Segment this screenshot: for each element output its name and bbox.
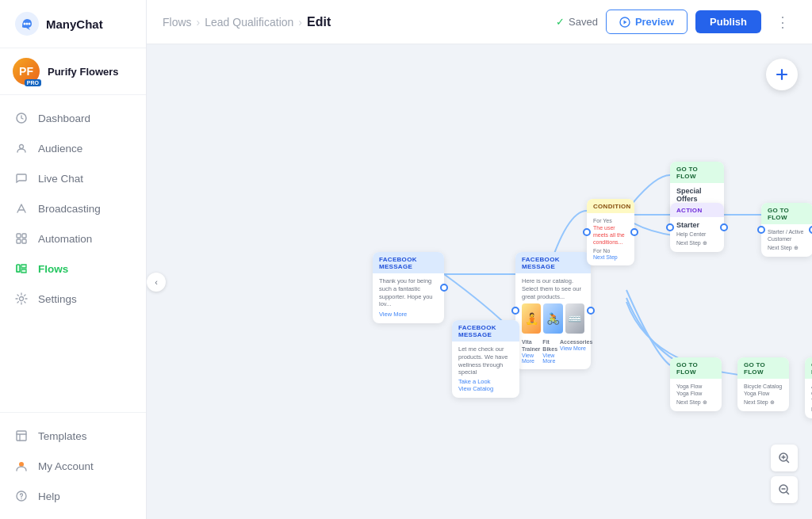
sidebar-item-automation[interactable]: Automation <box>0 223 146 254</box>
goto2-text: Starter / Active Customer <box>768 228 806 242</box>
connector-condition[interactable] <box>630 228 638 236</box>
node-header-fb3: Facebook Message <box>452 320 519 342</box>
goto4-text2: Yoga Flow <box>744 390 783 397</box>
preview-label: Preview <box>635 16 674 28</box>
node-goto-flow-3[interactable]: Go To Flow Yoga Flow Yoga Flow Next Step… <box>670 357 722 411</box>
condition-text-no: The user meets all the conditions... <box>593 224 628 246</box>
connector-action-left[interactable] <box>666 223 674 231</box>
zoom-out-button[interactable] <box>771 476 798 503</box>
node-goto-flow-5[interactable]: Go To Flow Accessories Catalog Yoga Flow… <box>805 357 812 418</box>
svg-point-11 <box>20 297 24 301</box>
sidebar-item-settings[interactable]: Settings <box>0 284 146 314</box>
svg-rect-6 <box>17 234 21 238</box>
sidebar-item-audience[interactable]: Audience <box>0 133 146 163</box>
sidebar: ManyChat PF PRO Purify Flowers Dashboard… <box>0 0 147 519</box>
add-node-button[interactable] <box>766 59 798 90</box>
catalog-image-3: ⌨️ <box>565 303 584 334</box>
user-name: Purify Flowers <box>48 66 119 78</box>
connector-fb2[interactable] <box>587 307 595 315</box>
audience-icon <box>14 141 29 155</box>
header: Flows › Lead Qualification › Edit ✓ Save… <box>147 0 812 44</box>
logo-text: ManyChat <box>46 17 103 31</box>
node-action[interactable]: Action Starter Help Center Next Step ⊕ <box>670 203 724 252</box>
product-name-2: Fit Bikes <box>542 338 557 353</box>
node-facebook-2[interactable]: Facebook Message Here is our catalog. Se… <box>515 252 591 369</box>
broadcasting-label: Broadcasting <box>38 203 101 215</box>
node-header-fb2: Facebook Message <box>515 252 591 273</box>
account-label: My Account <box>38 460 94 472</box>
connector-fb2-left[interactable] <box>511 307 519 315</box>
node-body-goto2: Starter / Active Customer Next Step ⊕ <box>761 224 812 257</box>
node-link-fb3-2: View Catalog <box>458 385 513 392</box>
templates-label: Templates <box>38 430 87 442</box>
node-goto-flow-2[interactable]: Go To Flow Starter / Active Customer Nex… <box>761 203 812 257</box>
connector-fb1[interactable] <box>440 284 448 292</box>
connector-action[interactable] <box>720 223 728 231</box>
svg-point-1 <box>24 23 26 25</box>
check-icon: ✓ <box>556 16 565 28</box>
zoom-controls <box>771 445 798 503</box>
svg-point-3 <box>29 23 31 25</box>
node-facebook-3[interactable]: Facebook Message Let me check our produc… <box>452 320 519 398</box>
node-body-fb1: Thank you for being such a fantastic sup… <box>373 273 444 323</box>
goto3-footer: Next Step ⊕ <box>676 399 715 406</box>
connector-goto2-left[interactable] <box>757 226 765 234</box>
breadcrumb-edit: Edit <box>307 15 331 29</box>
sidebar-item-account[interactable]: My Account <box>0 451 146 481</box>
svg-point-13 <box>19 462 24 467</box>
node-header-fb1: Facebook Message <box>373 252 444 273</box>
publish-label: Publish <box>710 16 747 28</box>
flow-canvas[interactable]: ‹ Facebook Message Thank you for being s… <box>147 44 812 519</box>
connector-condition-left[interactable] <box>583 228 591 236</box>
sidebar-user[interactable]: PF PRO Purify Flowers <box>0 48 146 95</box>
sidebar-item-flows[interactable]: Flows <box>0 254 146 284</box>
breadcrumb-sep2: › <box>298 16 302 29</box>
sidebar-item-help[interactable]: Help <box>0 481 146 511</box>
sidebar-item-dashboard[interactable]: Dashboard <box>0 103 146 133</box>
node-header-goto3: Go To Flow <box>670 357 722 379</box>
publish-button[interactable]: Publish <box>695 10 761 33</box>
collapse-button[interactable]: ‹ <box>147 273 166 292</box>
settings-icon <box>14 292 29 306</box>
node-body-action: Starter Help Center Next Step ⊕ <box>670 217 724 252</box>
settings-label: Settings <box>38 293 77 305</box>
svg-point-2 <box>26 23 29 25</box>
audience-label: Audience <box>38 143 82 155</box>
header-actions: ✓ Saved Preview Publish ⋮ <box>556 10 796 34</box>
product-name-1: Vita Trainer <box>522 338 540 353</box>
svg-point-5 <box>20 145 24 149</box>
catalog-image-1: 🧘 <box>522 303 541 334</box>
connector-goto2[interactable] <box>809 226 812 234</box>
avatar-initials: PF <box>19 65 33 78</box>
livechat-label: Live Chat <box>38 173 83 185</box>
goto3-text: Yoga Flow <box>676 383 715 390</box>
manychat-logo-icon <box>14 11 40 36</box>
breadcrumb-flows[interactable]: Flows <box>163 16 192 29</box>
node-header-goto1: Go To Flow <box>670 162 724 183</box>
breadcrumb-qualification[interactable]: Lead Qualification <box>205 16 293 29</box>
broadcasting-icon <box>14 201 29 216</box>
more-options-button[interactable]: ⋮ <box>769 10 796 34</box>
node-goto-flow-4[interactable]: Go To Flow Bicycle Catalog Yoga Flow Nex… <box>737 357 789 411</box>
help-icon <box>14 489 29 503</box>
zoom-in-button[interactable] <box>771 445 798 471</box>
sidebar-logo: ManyChat <box>0 0 146 48</box>
zoom-out-icon <box>778 483 791 496</box>
svg-rect-12 <box>17 431 26 441</box>
saved-status: ✓ Saved <box>556 16 598 28</box>
node-facebook-1[interactable]: Facebook Message Thank you for being suc… <box>373 252 444 323</box>
node-condition[interactable]: Condition For Yes The user meets all the… <box>587 199 634 265</box>
sidebar-item-livechat[interactable]: Live Chat <box>0 163 146 193</box>
flows-icon <box>14 261 29 276</box>
dashboard-label: Dashboard <box>38 113 90 124</box>
node-text-fb2: Here is our catalog. Select them to see … <box>522 277 584 300</box>
condition-text: For Yes <box>593 217 628 224</box>
sidebar-item-broadcasting[interactable]: Broadcasting <box>0 193 146 223</box>
automation-icon <box>14 231 29 246</box>
node-body-fb2: Here is our catalog. Select them to see … <box>515 273 591 369</box>
sidebar-item-templates[interactable]: Templates <box>0 421 146 451</box>
livechat-icon <box>14 171 29 185</box>
node-body-goto5: Accessories Catalog Yoga Flow Next Step … <box>805 379 812 418</box>
preview-button[interactable]: Preview <box>606 10 688 34</box>
pro-badge: PRO <box>25 79 41 86</box>
